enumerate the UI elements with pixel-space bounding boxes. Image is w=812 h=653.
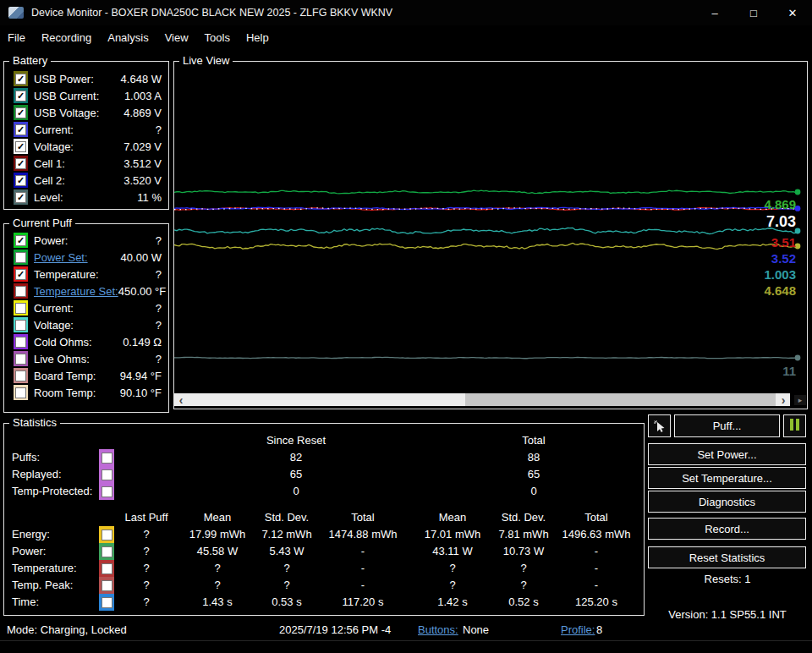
stat-since-reset-value: 65 xyxy=(211,468,381,480)
stat-total-value: 65 xyxy=(449,468,618,480)
maximize-icon[interactable]: □ xyxy=(734,0,773,25)
legend-row: ✓USB Current:1.003 A xyxy=(4,87,168,104)
series-checkbox[interactable]: ✓ xyxy=(15,141,26,152)
series-checkbox[interactable]: ✓ xyxy=(15,74,26,85)
legend-row: ✓Level:11 % xyxy=(4,189,168,206)
series-checkbox[interactable] xyxy=(15,370,26,381)
trace-level xyxy=(174,357,796,358)
counts-row: Replayed:6565 xyxy=(4,466,644,483)
legend-label: Room Temp: xyxy=(34,387,120,399)
scroll-left-icon[interactable]: ‹ xyxy=(174,393,188,406)
menu-help[interactable]: Help xyxy=(246,31,269,44)
close-icon[interactable]: ✕ xyxy=(773,0,812,25)
status-bar: Mode: Charging, Locked 2025/7/19 12:56 P… xyxy=(0,619,812,641)
scrollbar-thumb[interactable] xyxy=(465,393,776,406)
legend-value: 1.003 A xyxy=(124,90,162,102)
legend-label-link[interactable]: Temperature Set: xyxy=(34,285,118,298)
series-color-swatch xyxy=(14,250,28,265)
series-checkbox[interactable]: ✓ xyxy=(15,235,26,246)
legend-value: 0.149 Ω xyxy=(123,336,162,348)
series-checkbox[interactable] xyxy=(15,337,26,348)
series-checkbox[interactable] xyxy=(15,252,26,263)
counts-header-row: Since Reset Total xyxy=(4,432,644,449)
stat-cell: 117.20 s xyxy=(316,595,409,608)
series-checkbox[interactable] xyxy=(15,286,26,297)
series-checkbox[interactable] xyxy=(15,320,26,331)
series-checkbox[interactable] xyxy=(15,354,26,365)
legend-label: Board Temp: xyxy=(34,370,120,382)
set-temperature-button[interactable]: Set Temperature... xyxy=(648,467,806,489)
minimize-icon[interactable]: – xyxy=(695,0,734,25)
legend-row: Cold Ohms:0.149 Ω xyxy=(4,333,168,350)
legend-value: ? xyxy=(156,353,162,365)
menu-file[interactable]: File xyxy=(8,31,25,44)
legend-value: 94.94 °F xyxy=(120,370,162,382)
pause-button[interactable] xyxy=(783,414,806,437)
series-checkbox[interactable]: ✓ xyxy=(15,269,26,280)
window-controls: – □ ✕ xyxy=(695,0,812,25)
stat-cell: 1474.88 mWh xyxy=(316,528,409,541)
series-color-swatch: ✓ xyxy=(14,233,28,248)
series-checkbox[interactable]: ✓ xyxy=(15,175,26,186)
puff-table-row: Power:?45.58 W5.43 W-43.11 W10.73 W- xyxy=(4,543,644,560)
stat-checkbox[interactable] xyxy=(102,453,112,464)
set-power-button[interactable]: Set Power... xyxy=(648,443,806,465)
live-chart xyxy=(174,62,805,392)
legend-row: Room Temp:90.10 °F xyxy=(4,384,168,401)
series-checkbox[interactable]: ✓ xyxy=(15,107,26,118)
chart-horizontal-scrollbar[interactable]: ‹ › xyxy=(174,393,790,406)
stat-label: Energy: xyxy=(12,528,50,541)
profile-link[interactable]: Profile: xyxy=(561,623,595,636)
current-puff-panel-title: Current Puff xyxy=(9,217,75,229)
buttons-link[interactable]: Buttons: xyxy=(418,623,458,636)
menu-view[interactable]: View xyxy=(165,31,189,44)
battery-rows: ✓USB Power:4.648 W✓USB Current:1.003 A✓U… xyxy=(4,70,168,206)
legend-label: Current: xyxy=(34,123,156,136)
trace-value-label: 4.648 xyxy=(764,283,796,298)
counts-row: Temp-Protected:00 xyxy=(4,483,644,500)
menu-analysis[interactable]: Analysis xyxy=(107,31,148,44)
pointer-mode-button[interactable] xyxy=(648,414,671,437)
profile-value: 8 xyxy=(596,623,602,636)
series-color-swatch: ✓ xyxy=(14,156,28,171)
stat-label: Time: xyxy=(12,595,39,608)
record-button[interactable]: Record... xyxy=(648,518,806,540)
menu-tools[interactable]: Tools xyxy=(205,31,230,44)
reset-statistics-button[interactable]: Reset Statistics xyxy=(648,546,806,568)
legend-row: ✓Temperature:? xyxy=(4,266,168,283)
legend-value: 90.10 °F xyxy=(120,387,162,399)
trace-value-label: 3.52 xyxy=(771,251,796,266)
stat-total-value: 88 xyxy=(449,451,618,464)
series-checkbox[interactable]: ✓ xyxy=(15,192,26,203)
legend-label: Current: xyxy=(34,302,156,315)
legend-value: ? xyxy=(156,319,162,332)
legend-label: Level: xyxy=(34,191,137,204)
scroll-corner-icon[interactable]: ▸ xyxy=(794,395,806,405)
series-checkbox[interactable]: ✓ xyxy=(15,91,26,102)
trace-value-label: 7.03 xyxy=(766,213,796,231)
legend-label-link[interactable]: Power Set: xyxy=(34,251,121,264)
series-checkbox[interactable] xyxy=(15,387,26,398)
legend-label: Voltage: xyxy=(34,140,123,153)
menu-recording[interactable]: Recording xyxy=(41,31,91,44)
series-checkbox[interactable]: ✓ xyxy=(15,158,26,169)
legend-row: ✓Current:? xyxy=(4,121,168,138)
legend-value: ? xyxy=(156,123,162,136)
scroll-right-icon[interactable]: › xyxy=(776,393,790,406)
stat-label: Temperature: xyxy=(12,562,77,574)
diagnostics-button[interactable]: Diagnostics xyxy=(648,491,806,513)
stat-since-reset-value: 0 xyxy=(211,485,381,497)
puff-button[interactable]: Puff... xyxy=(674,414,780,437)
series-color-swatch xyxy=(14,283,28,299)
device-monitor-window: Device Monitor - BOXER DNA250C BLACK NEW… xyxy=(0,0,812,653)
statistics-panel: Statistics Since Reset Total Puffs:8288R… xyxy=(3,423,645,616)
legend-label: Voltage: xyxy=(34,319,156,332)
series-checkbox[interactable]: ✓ xyxy=(15,124,26,135)
stat-cell: - xyxy=(316,545,409,557)
stat-checkbox[interactable] xyxy=(102,486,112,497)
stat-checkbox[interactable] xyxy=(102,469,112,480)
series-checkbox[interactable] xyxy=(15,303,26,314)
series-color-swatch xyxy=(14,300,28,316)
series-color-swatch: ✓ xyxy=(14,88,28,103)
menu-bar: File Recording Analysis View Tools Help xyxy=(0,25,812,49)
